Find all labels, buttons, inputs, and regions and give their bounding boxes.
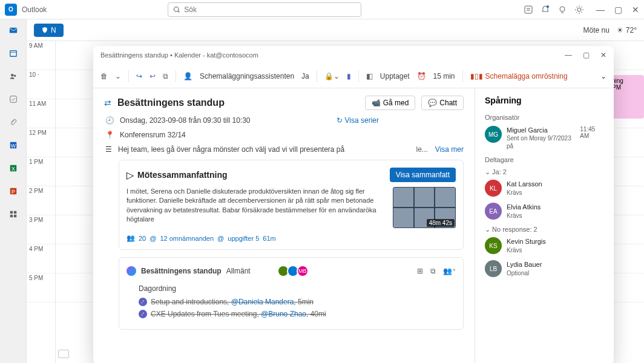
person-required: Krävs <box>507 212 540 220</box>
recap-video-thumbnail[interactable]: 48m 42s <box>393 187 456 228</box>
show-more-button[interactable]: Visa mer <box>435 145 464 154</box>
time-column: 9 AM 10 · 11 AM 12 PM 1 PM 2 PM 3 PM 4 P… <box>27 41 56 363</box>
maximize-button[interactable]: ▢ <box>614 5 622 15</box>
people-add-icon[interactable]: 👥⁺ <box>443 267 456 275</box>
person-required: Krävs <box>507 246 546 254</box>
search-input-wrapper[interactable] <box>168 2 361 17</box>
attendee-row[interactable]: EA Elvia Atkins Krävs <box>485 203 604 220</box>
rsvp-yes-label[interactable]: Ja <box>301 72 309 80</box>
view-recap-button[interactable]: Visa sammanfatt <box>390 168 456 182</box>
modal-close-button[interactable]: ✕ <box>600 51 606 59</box>
minimize-button[interactable]: — <box>596 5 605 15</box>
hour-label: 5 PM <box>27 273 55 302</box>
yes-group-header[interactable]: Ja: 2 <box>485 168 604 176</box>
avatar: MG <box>485 126 502 143</box>
copy-icon[interactable]: ⧉ <box>430 267 436 275</box>
tracking-title: Spårning <box>485 96 604 105</box>
channel-team-name[interactable]: Besättningens standup <box>141 267 222 275</box>
loop-icon <box>126 266 136 276</box>
mention[interactable]: @Bruno Zhao <box>261 310 306 318</box>
video-duration: 48m 42s <box>427 219 455 227</box>
noresponse-group-header[interactable]: No response: 2 <box>485 226 604 234</box>
rail-attach-icon[interactable] <box>7 116 19 128</box>
copy-icon[interactable]: ⧉ <box>163 72 168 80</box>
rail-checkbox-icon[interactable] <box>7 93 19 105</box>
person-required: Krävs <box>507 189 542 197</box>
hour-label: 3 PM <box>27 215 55 244</box>
schedule-poll-button[interactable]: ▮▯▮ Schemalägga omröstning <box>470 72 568 80</box>
organizer-row[interactable]: MG Miguel Garcia Sent on Moray 9/7/2023 … <box>485 126 604 150</box>
settings-icon[interactable] <box>574 5 584 15</box>
attendee-row[interactable]: KL Kat Larsson Krävs <box>485 180 604 197</box>
agenda-heading: Dagordning <box>139 284 456 293</box>
mention[interactable]: @Daniela Mandera <box>231 298 294 306</box>
category-icon[interactable]: ▮ <box>347 72 351 80</box>
check-icon: ✓ <box>139 298 147 306</box>
reminder-button[interactable]: 15 min <box>433 72 455 80</box>
modal-maximize-button[interactable]: ▢ <box>583 51 590 59</box>
meeting-title: Besättningens standup <box>117 97 359 108</box>
view-series-button[interactable]: ↻ Visa serier <box>337 116 379 125</box>
scheduling-icon: 👤 <box>183 72 192 80</box>
modal-minimize-button[interactable]: — <box>565 51 572 59</box>
rail-excel-icon[interactable]: X <box>7 162 19 174</box>
svg-rect-22 <box>13 211 16 214</box>
rail-more-apps-icon[interactable] <box>7 208 19 220</box>
recap-summary-text: I mötet, Serena och Danielle diskuterade… <box>126 187 387 228</box>
event-time: PM <box>612 84 642 91</box>
delete-icon[interactable]: 🗑 <box>100 72 108 80</box>
rail-calendar-icon[interactable] <box>7 47 19 59</box>
poll-icon: ▮▯▮ <box>470 72 483 80</box>
rail-powerpoint-icon[interactable]: P <box>7 185 19 197</box>
toolbar-expand-icon[interactable]: ⌄ <box>600 72 606 80</box>
channel-name[interactable]: Allmänt <box>226 267 251 275</box>
recap-tasks[interactable]: uppgifter 5 <box>228 235 259 242</box>
new-button-label: N <box>51 26 56 34</box>
recap-people-count[interactable]: 20 <box>139 235 146 242</box>
person-name: Miguel Garcia <box>507 126 575 134</box>
new-event-button[interactable]: N <box>34 24 64 37</box>
channel-card: Besättningens standup Allmänt MB ⊞ ⧉ 👥⁺ <box>119 257 464 330</box>
rail-mail-icon[interactable] <box>7 24 19 36</box>
chevron-down-icon[interactable]: ⌄ <box>115 72 121 80</box>
reply-icon[interactable]: ↩ <box>150 72 156 80</box>
close-button[interactable]: ✕ <box>632 5 639 15</box>
scheduling-assistant-button[interactable]: Schemaläggningsassistenten <box>200 72 294 80</box>
show-as-button[interactable]: Upptaget <box>380 72 410 80</box>
weather-widget[interactable]: ☀ 72° <box>617 26 637 34</box>
agenda-item[interactable]: ✓ CXE Updates from Tues meeting, @Bruno … <box>139 310 456 318</box>
grid-icon[interactable]: ⊞ <box>417 267 423 275</box>
busy-icon: ◧ <box>366 72 373 80</box>
attendee-row[interactable]: LB Lydia Bauer Optional <box>485 260 604 277</box>
svg-point-12 <box>11 74 13 76</box>
agenda-text: CXE Updates from Tues meeting, <box>151 310 259 318</box>
search-input[interactable] <box>184 5 356 14</box>
chat-button[interactable]: 💬 Chatt <box>421 96 464 110</box>
at-icon: @ <box>217 235 224 242</box>
rail-people-icon[interactable] <box>7 70 19 82</box>
svg-rect-2 <box>525 6 532 13</box>
meeting-location: Konferensrum 32/14 <box>120 131 186 139</box>
bottom-left-widget[interactable] <box>58 350 69 358</box>
bell-icon[interactable] <box>540 5 550 15</box>
recap-mentions[interactable]: 12 omnämnanden <box>160 235 214 242</box>
meet-now-button[interactable]: Möte nu <box>583 26 609 34</box>
person-name: Lydia Bauer <box>507 260 542 269</box>
agenda-item[interactable]: ✓ Setup and introductions, @Daniela Mand… <box>139 298 456 306</box>
notes-icon[interactable] <box>524 5 533 15</box>
avatar: KS <box>485 237 502 254</box>
temperature-value: 72° <box>626 26 637 34</box>
avatar: EA <box>485 203 502 220</box>
forward-icon[interactable]: ↪ <box>136 72 142 80</box>
bulb-icon[interactable] <box>557 5 567 15</box>
series-label: Visa serier <box>345 116 379 125</box>
private-icon[interactable]: 🔒⌄ <box>324 72 340 80</box>
channel-avatars[interactable]: MB <box>280 265 309 277</box>
join-button[interactable]: 📹 Gå med <box>365 96 416 110</box>
agenda-text: Setup and introductions, <box>151 298 229 306</box>
recap-card: ▷ Mötessammanfattning Visa sammanfatt I … <box>119 160 464 250</box>
rail-word-icon[interactable]: W <box>7 139 19 151</box>
chat-icon: 💬 <box>428 99 437 107</box>
attendee-row[interactable]: KS Kevin Sturgis Krävs <box>485 237 604 254</box>
event-modal: Besättningens standup • Kalender - kat@c… <box>93 46 614 363</box>
